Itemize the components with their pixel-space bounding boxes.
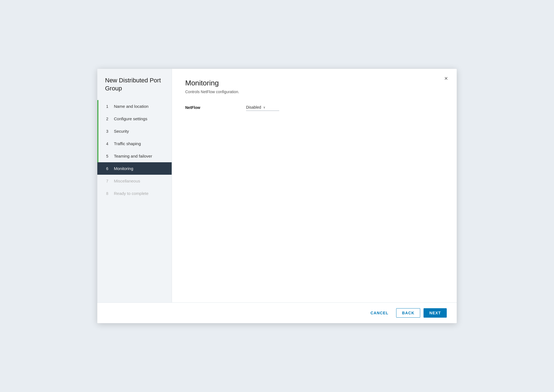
- dialog-footer: CANCEL BACK NEXT: [97, 302, 457, 323]
- cancel-button[interactable]: CANCEL: [366, 309, 393, 317]
- close-button[interactable]: ×: [442, 74, 450, 83]
- step-num-7: 7: [106, 179, 111, 183]
- netflow-label: NetFlow: [185, 105, 246, 110]
- sidebar-title: New Distributed Port Group: [97, 77, 172, 100]
- sidebar-item-teaming-failover[interactable]: 5 Teaming and failover: [97, 150, 172, 162]
- page-description: Controls NetFlow configuration.: [185, 90, 443, 94]
- step-label-1: Name and location: [114, 104, 148, 109]
- step-label-6: Monitoring: [114, 166, 133, 171]
- netflow-control: Disabled ∨: [246, 104, 279, 111]
- main-content: × Monitoring Controls NetFlow configurat…: [172, 69, 457, 302]
- page-title: Monitoring: [185, 79, 443, 87]
- step-num-6: 6: [106, 166, 111, 171]
- step-num-5: 5: [106, 154, 111, 158]
- step-label-7: Miscellaneous: [114, 179, 140, 183]
- sidebar: New Distributed Port Group 1 Name and lo…: [97, 69, 172, 302]
- step-num-3: 3: [106, 129, 111, 134]
- chevron-down-icon: ∨: [263, 106, 265, 109]
- sidebar-item-security[interactable]: 3 Security: [97, 125, 172, 137]
- step-num-2: 2: [106, 117, 111, 121]
- step-num-4: 4: [106, 142, 111, 146]
- next-button[interactable]: NEXT: [424, 308, 447, 318]
- netflow-dropdown[interactable]: Disabled ∨: [246, 104, 279, 111]
- sidebar-item-ready-to-complete: 8 Ready to complete: [97, 187, 172, 200]
- dialog-body: New Distributed Port Group 1 Name and lo…: [97, 69, 457, 302]
- step-label-3: Security: [114, 129, 129, 134]
- sidebar-item-miscellaneous: 7 Miscellaneous: [97, 175, 172, 187]
- netflow-value: Disabled: [246, 105, 261, 109]
- sidebar-item-configure-settings[interactable]: 2 Configure settings: [97, 113, 172, 125]
- sidebar-item-monitoring[interactable]: 6 Monitoring: [97, 162, 172, 175]
- netflow-row: NetFlow Disabled ∨: [185, 104, 443, 111]
- sidebar-item-traffic-shaping[interactable]: 4 Traffic shaping: [97, 137, 172, 150]
- sidebar-nav: 1 Name and location 2 Configure settings…: [97, 100, 172, 302]
- step-label-2: Configure settings: [114, 116, 147, 121]
- dialog: New Distributed Port Group 1 Name and lo…: [97, 69, 457, 323]
- step-num-1: 1: [106, 104, 111, 109]
- step-label-8: Ready to complete: [114, 191, 148, 196]
- step-label-4: Traffic shaping: [114, 141, 141, 146]
- sidebar-item-name-and-location[interactable]: 1 Name and location: [97, 100, 172, 113]
- step-num-8: 8: [106, 191, 111, 196]
- step-label-5: Teaming and failover: [114, 154, 152, 158]
- back-button[interactable]: BACK: [396, 308, 420, 318]
